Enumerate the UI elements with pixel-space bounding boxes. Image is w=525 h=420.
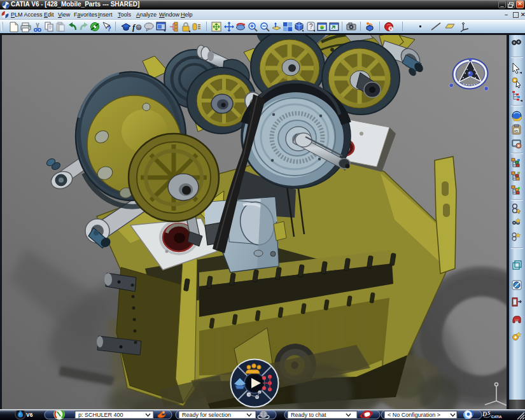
svg-text:< No Configuration >: < No Configuration >: [388, 412, 440, 418]
svg-text:Ready to chat: Ready to chat: [291, 412, 326, 418]
svg-text:ω: ω: [137, 25, 141, 31]
svg-text:CATIA: CATIA: [491, 415, 501, 419]
svg-text:f: f: [132, 22, 136, 32]
svg-text:S: S: [487, 410, 491, 416]
svg-text:Ready for selection: Ready for selection: [182, 412, 231, 418]
svg-text:D: D: [482, 410, 487, 417]
svg-text:?: ?: [309, 23, 313, 30]
svg-text:p: SCHULER 400: p: SCHULER 400: [78, 412, 123, 418]
svg-text:?: ?: [107, 25, 111, 32]
svg-text:V6: V6: [26, 412, 33, 418]
svg-text:45: 45: [514, 129, 519, 133]
